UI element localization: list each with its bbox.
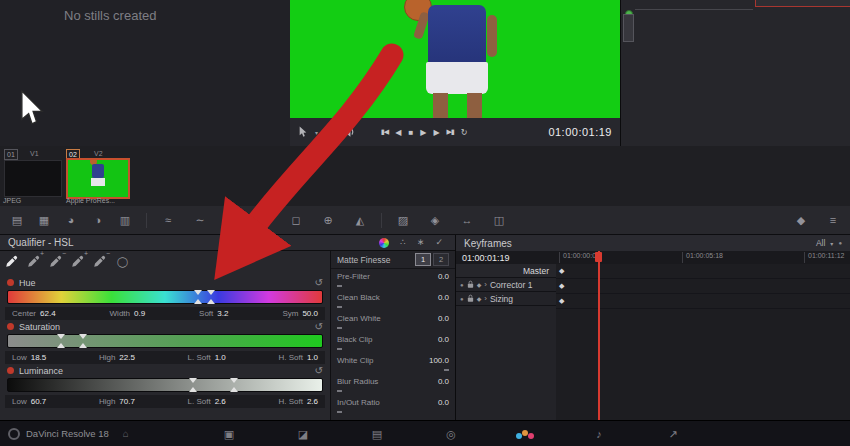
slider-tick[interactable] <box>444 369 449 371</box>
page-fusion-button[interactable]: ◎ <box>444 429 458 440</box>
keyframe-marker[interactable]: ◆ <box>559 297 564 304</box>
page-cut-button[interactable]: ◪ <box>296 429 310 440</box>
saturation-range-bar[interactable] <box>7 334 323 348</box>
panel-options-icon[interactable]: ● <box>838 240 842 246</box>
filter-caret-icon[interactable]: ▾ <box>830 240 833 247</box>
magic-mask-icon[interactable]: ◭ <box>351 215 369 226</box>
key-icon[interactable]: ◈ <box>426 215 444 226</box>
motion-effects-icon[interactable]: ≈ <box>159 215 177 226</box>
luminance-hsoft-value[interactable]: 2.6 <box>307 397 318 406</box>
luminance-high-value[interactable]: 70.7 <box>119 397 135 406</box>
hue-soft-value[interactable]: 3.2 <box>217 309 228 318</box>
panel-menu-icon[interactable]: ≡ <box>824 215 842 226</box>
black-clip-value[interactable]: 0.0 <box>438 335 449 344</box>
window-icon[interactable]: ◻ <box>287 215 305 226</box>
step-forward-button[interactable]: ▶ <box>433 128 439 137</box>
keyframes-toggle-icon[interactable]: ◆ <box>792 215 810 226</box>
softness-add-icon[interactable]: + <box>71 254 86 269</box>
keyframes-track-area[interactable]: ◆ ◆ ◆ <box>556 264 850 420</box>
mask-invert-icon[interactable]: ◯ <box>115 254 130 269</box>
stop-button[interactable]: ■ <box>408 128 413 137</box>
matte-check-icon[interactable]: ✓ <box>435 238 443 247</box>
blur-icon[interactable]: ▨ <box>394 215 412 226</box>
slider-tick[interactable] <box>337 411 342 413</box>
lock-icon[interactable] <box>467 280 474 289</box>
slider-tick[interactable] <box>337 348 342 350</box>
eyedropper-add-icon[interactable]: + <box>27 254 42 269</box>
slider-tick[interactable] <box>337 327 342 329</box>
curves-icon[interactable]: ∼ <box>191 215 209 226</box>
clip-thumbnail[interactable] <box>4 160 62 197</box>
viewer-canvas[interactable] <box>290 0 620 118</box>
clean-black-value[interactable]: 0.0 <box>438 293 449 302</box>
eyedropper-icon[interactable] <box>5 254 20 269</box>
page-fairlight-button[interactable]: ♪ <box>592 429 606 440</box>
keyframes-filter[interactable]: All <box>816 238 825 248</box>
lock-icon[interactable] <box>467 294 474 303</box>
hue-sym-value[interactable]: 50.0 <box>302 309 318 318</box>
play-button[interactable]: ▶ <box>420 128 426 137</box>
node-stub[interactable] <box>623 14 634 42</box>
tracker-icon[interactable]: ⊕ <box>319 215 337 226</box>
track-lane[interactable]: ◆ <box>556 294 850 309</box>
luminance-range-bar[interactable] <box>7 378 323 392</box>
saturation-low-value[interactable]: 18.5 <box>31 353 47 362</box>
saturation-reset-icon[interactable]: ↺ <box>315 322 323 332</box>
jump-end-button[interactable]: ▶▮ <box>447 128 454 136</box>
loop-button[interactable]: ↻ <box>461 128 468 137</box>
track-row-corrector[interactable]: ● ◆ › Corrector 1 <box>456 278 556 292</box>
color-wheel-icon[interactable] <box>379 238 389 248</box>
hue-enable-dot[interactable] <box>7 279 14 286</box>
luminance-lsoft-value[interactable]: 2.6 <box>215 397 226 406</box>
color-wheels-icon[interactable]: ◕ <box>62 215 80 226</box>
qualifier-icon[interactable] <box>255 213 273 228</box>
saturation-lsoft-value[interactable]: 1.0 <box>215 353 226 362</box>
snowflake-icon[interactable]: ∗ <box>417 238 425 247</box>
slider-tick[interactable] <box>337 390 342 392</box>
pointer-tool-caret-icon[interactable]: ▾ <box>315 129 318 136</box>
keyframes-ruler[interactable]: 01:00:01:19 01:00:00:00 01:00:05:18 01:0… <box>456 251 850 265</box>
hue-range-bar[interactable] <box>7 290 323 304</box>
auto-keyframe-icon[interactable]: ◆ <box>477 282 482 288</box>
color-match-icon[interactable]: ▦ <box>35 215 53 226</box>
matte-page-2-button[interactable]: 2 <box>433 253 449 266</box>
slider-tick[interactable] <box>337 306 342 308</box>
speaker-icon[interactable] <box>343 126 356 138</box>
eyedropper-subtract-icon[interactable]: − <box>49 254 64 269</box>
expand-chevron-icon[interactable]: › <box>484 281 487 289</box>
luminance-low-value[interactable]: 60.7 <box>31 397 47 406</box>
track-row-master[interactable]: Master <box>456 264 556 278</box>
track-enable-dot[interactable]: ● <box>460 282 464 288</box>
project-manager-icon[interactable]: ⌂ <box>123 428 129 439</box>
clip-thumbnail-selected[interactable] <box>66 158 130 199</box>
keyframe-marker[interactable]: ◆ <box>559 267 564 274</box>
page-deliver-button[interactable]: ↗ <box>666 429 680 440</box>
color-warper-icon[interactable]: ◇ <box>223 215 241 226</box>
stereo-3d-icon[interactable]: ◫ <box>490 215 508 226</box>
hue-width-value[interactable]: 0.9 <box>134 309 145 318</box>
hue-reset-icon[interactable]: ↺ <box>315 278 323 288</box>
track-lane[interactable]: ◆ <box>556 279 850 294</box>
unmix-icon[interactable] <box>325 128 336 137</box>
track-enable-dot[interactable]: ● <box>460 296 464 302</box>
playhead[interactable] <box>598 251 600 420</box>
keyframe-marker[interactable]: ◆ <box>559 282 564 289</box>
camera-raw-icon[interactable]: ▤ <box>8 215 26 226</box>
clip-number-badge[interactable]: 01 <box>4 149 18 160</box>
luminance-reset-icon[interactable]: ↺ <box>315 366 323 376</box>
playhead-handle[interactable] <box>595 252 602 262</box>
saturation-high-value[interactable]: 22.5 <box>119 353 135 362</box>
step-back-button[interactable]: ◀ <box>395 128 401 137</box>
in-out-ratio-value[interactable]: 0.0 <box>438 398 449 407</box>
page-color-button[interactable] <box>518 433 532 436</box>
expand-chevron-icon[interactable]: › <box>484 295 487 303</box>
page-media-button[interactable]: ▣ <box>222 429 236 440</box>
hdr-icon[interactable]: ◑ <box>89 215 107 226</box>
slider-tick[interactable] <box>337 285 342 287</box>
track-row-sizing[interactable]: ● ◆ › Sizing <box>456 292 556 306</box>
jump-start-button[interactable]: ▮◀ <box>381 128 388 136</box>
nodes-icon[interactable]: ∴ <box>400 238 406 247</box>
selected-node-fragment[interactable] <box>755 0 850 7</box>
white-clip-value[interactable]: 100.0 <box>429 356 449 365</box>
pointer-tool-icon[interactable] <box>298 126 308 138</box>
